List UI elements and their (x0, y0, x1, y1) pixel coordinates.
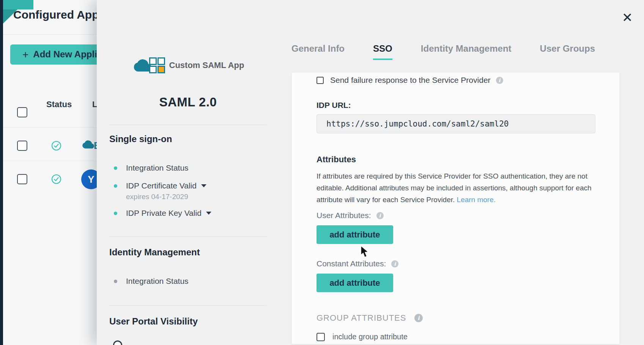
modal-tabs: General Info SSO Identity Management Use… (291, 43, 595, 60)
include-group-attribute-row: include group attribute (316, 332, 595, 341)
column-header-status: Status (46, 100, 72, 109)
attributes-heading: Attributes (316, 155, 595, 165)
clipped-radio-icon (113, 340, 122, 345)
row-checkbox[interactable] (17, 174, 27, 184)
tab-user-groups[interactable]: User Groups (540, 43, 595, 59)
info-icon[interactable]: i (414, 314, 423, 322)
add-new-application-label: Add New Applic (33, 49, 102, 59)
row-checkbox[interactable] (17, 141, 27, 151)
tab-general-info[interactable]: General Info (291, 43, 345, 59)
include-group-attribute-checkbox[interactable] (316, 333, 325, 341)
status-dot-icon (114, 166, 117, 170)
status-dot-icon (114, 280, 117, 283)
idm-integration-status-item: Integration Status (114, 277, 189, 286)
send-failure-row: Send failure response to the Service Pro… (316, 76, 595, 85)
saml-app-config-modal: ✕ Custom SAML App SAML 2.0 Single sign-o… (97, 0, 644, 345)
close-icon[interactable]: ✕ (619, 9, 636, 26)
tab-sso[interactable]: SSO (373, 43, 392, 60)
add-user-attribute-button[interactable]: add attribute (316, 225, 393, 244)
left-nav-rail (0, 0, 3, 345)
divider (3, 161, 98, 161)
idp-url-input[interactable] (316, 114, 595, 133)
grid-icon (149, 57, 165, 74)
constant-attributes-row: Constant Attributes: i (316, 259, 595, 268)
group-attributes-row: GROUP ATTRIBUTES i (316, 313, 595, 323)
tab-identity-management[interactable]: Identity Management (421, 43, 512, 59)
user-attributes-label: User Attributes: (316, 211, 371, 220)
divider (109, 236, 267, 237)
protocol-title: SAML 2.0 (109, 95, 267, 109)
divider (3, 127, 98, 128)
section-heading-user-portal: User Portal Visibility (109, 316, 198, 327)
add-constant-attribute-button[interactable]: add attribute (316, 274, 393, 292)
divider (109, 125, 267, 125)
sso-integration-status-item: Integration Status (114, 163, 189, 172)
status-active-icon (51, 141, 61, 151)
caret-down-icon[interactable] (206, 212, 211, 215)
select-all-checkbox[interactable] (17, 107, 27, 117)
include-group-attribute-label: include group attribute (332, 332, 408, 341)
status-dot-icon (114, 212, 117, 215)
status-dot-icon (114, 184, 117, 188)
divider (3, 34, 98, 35)
status-active-icon (51, 174, 61, 184)
sso-panel: Send failure response to the Service Pro… (291, 72, 620, 344)
add-new-application-button[interactable]: +Add New Applic (10, 44, 101, 65)
send-failure-label: Send failure response to the Service Pro… (330, 76, 491, 85)
info-icon[interactable]: i (391, 260, 398, 267)
group-attributes-label: GROUP ATTRIBUTES (316, 313, 406, 323)
plus-icon: + (22, 49, 28, 60)
attributes-description: If attributes are required by this Servi… (316, 170, 597, 206)
corner-ribbon (0, 0, 35, 24)
info-icon[interactable]: i (496, 77, 503, 84)
info-icon[interactable]: i (376, 212, 384, 219)
app-logo: Custom SAML App (109, 57, 267, 74)
idp-url-label: IDP URL: (316, 101, 595, 110)
certificate-expiry-text: expires 04-17-2029 (126, 193, 188, 201)
constant-attributes-label: Constant Attributes: (316, 259, 386, 268)
section-heading-identity-management: Identity Management (109, 247, 200, 258)
idp-private-key-item[interactable]: IDP Private Key Valid (114, 209, 211, 218)
idp-certificate-item[interactable]: IDP Certificate Valid (114, 181, 206, 190)
send-failure-checkbox[interactable] (316, 77, 324, 84)
app-summary-sidebar: Custom SAML App SAML 2.0 Single sign-on … (109, 0, 267, 345)
divider (109, 305, 267, 306)
app-logo-label: Custom SAML App (169, 60, 244, 70)
learn-more-link[interactable]: Learn more. (457, 196, 496, 204)
caret-down-icon[interactable] (201, 184, 206, 187)
section-heading-sso: Single sign-on (109, 134, 172, 144)
user-attributes-row: User Attributes: i (316, 211, 595, 220)
